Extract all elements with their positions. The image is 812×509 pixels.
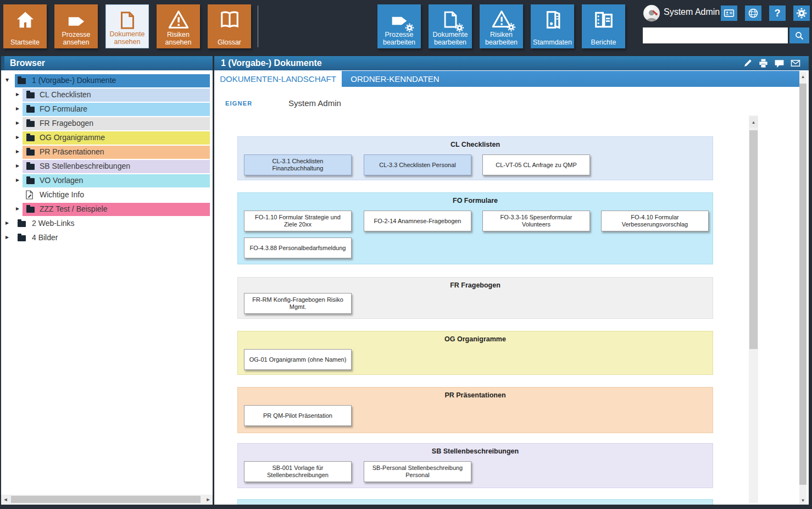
nav-button-dokumente-bearbeiten[interactable]: Dokumente bearbeiten: [429, 4, 472, 48]
expander-right-icon[interactable]: ▸: [5, 219, 9, 226]
user-name: System Admin: [664, 7, 720, 17]
nav-button-prozesse-ansehen[interactable]: Prozesse ansehen: [54, 4, 98, 48]
nav-button-startseite[interactable]: Startseite: [3, 4, 47, 48]
nav-button-risiken-ansehen[interactable]: Risiken ansehen: [157, 4, 200, 48]
scroll-left-icon[interactable]: ◂: [1, 495, 10, 504]
expander-right-icon[interactable]: ▸: [16, 162, 19, 169]
doc-button-cl-3-3[interactable]: CL-3.3 Checklisten Personal: [364, 154, 471, 175]
tree-item-vo-vorlagen[interactable]: ▸ VO Vorlagen: [1, 174, 210, 188]
document-link-icon: [25, 190, 34, 201]
doc-button-fo-4-10[interactable]: FO-4.10 Formular Verbesserungsvorschlag: [601, 211, 709, 231]
nav-button-label: Startseite: [10, 38, 40, 46]
scrollbar-thumb[interactable]: [749, 130, 758, 349]
section-fr-fragebogen: FR Fragebogen FR-RM Konfig-Fragebogen Ri…: [237, 277, 713, 319]
scrollbar-thumb[interactable]: [799, 84, 807, 485]
nav-button-label: Risiken bearbeiten: [480, 31, 523, 46]
doc-button-og-01[interactable]: OG-01 Organigramm (ohne Namen): [244, 349, 352, 370]
help-icon[interactable]: ?: [769, 5, 786, 21]
toolbar-separator: [258, 5, 258, 47]
doc-button-sb-personal[interactable]: SB-Personal Stellenbeschreibung Personal: [364, 461, 471, 482]
mail-icon[interactable]: [790, 58, 801, 68]
folder-icon: [26, 150, 35, 156]
folder-icon: [26, 107, 35, 113]
expander-right-icon[interactable]: ▸: [16, 119, 19, 126]
tree-item-cl-checklisten[interactable]: ▸ CL Checklisten: [1, 88, 210, 102]
expander-right-icon[interactable]: ▸: [16, 204, 19, 212]
expander-right-icon[interactable]: ▸: [16, 147, 19, 155]
search-button[interactable]: [789, 27, 809, 43]
nav-button-label: Prozesse bearbeiten: [377, 31, 421, 46]
nav-button-prozesse-bearbeiten[interactable]: Prozesse bearbeiten: [377, 4, 421, 48]
tree-item-fo-formulare[interactable]: ▸ FO Formulare: [1, 102, 210, 117]
nav-button-label: Risiken ansehen: [157, 31, 200, 46]
tab-strip: DOKUMENTEN-LANDSCHAFT ORDNER-KENNDATEN: [214, 71, 799, 87]
expander-down-icon[interactable]: ▾: [5, 76, 9, 84]
browser-horizontal-scrollbar[interactable]: ◂ ▸: [1, 495, 213, 504]
owner-field-value: System Admin: [288, 98, 341, 108]
section-title: FR Fragebogen: [238, 281, 713, 289]
globe-icon[interactable]: [745, 5, 761, 21]
tab-dokumenten-landschaft[interactable]: DOKUMENTEN-LANDSCHAFT: [214, 71, 342, 87]
tree-item-pr-praesentationen[interactable]: ▸ PR Präsentationen: [1, 145, 210, 159]
browser-panel: Browser ▾ 1 (Vorgabe-) Dokumente ▸ CL Ch…: [1, 56, 213, 505]
section-pr-praesentationen: PR Präsentationen PR QM-Pilot Präsentati…: [237, 387, 713, 433]
tree-item-web-links[interactable]: ▸ 2 Web-Links: [1, 217, 210, 231]
settings-icon[interactable]: [793, 5, 810, 21]
tree-item-zzz-test-beispiele[interactable]: ▸ ZZZ Test / Beispiele: [1, 202, 210, 217]
tree-item-og-organigramme[interactable]: ▸ OG Organigramme: [1, 131, 210, 145]
doc-button-fo-1-10[interactable]: FO-1.10 Formular Strategie und Ziele 20x…: [244, 211, 352, 231]
folder-icon: [26, 164, 35, 170]
section-fo-formulare: FO Formulare FO-1.10 Formular Strategie …: [237, 192, 713, 264]
tree-item-bilder[interactable]: ▸ 4 Bilder: [1, 231, 210, 245]
expander-right-icon[interactable]: ▸: [16, 133, 19, 141]
book-icon: [219, 9, 241, 32]
nav-button-label: Dokumente bearbeiten: [429, 31, 472, 46]
nav-button-label: Berichte: [591, 38, 616, 46]
user-avatar[interactable]: [643, 5, 660, 21]
tree-item-sb-stellenbeschreibungen[interactable]: ▸ SB Stellenbeschreibungen: [1, 159, 210, 174]
folder-icon: [26, 92, 35, 98]
section-title: OG Organigramme: [238, 335, 713, 343]
nav-button-berichte[interactable]: Berichte: [582, 4, 625, 48]
search-input[interactable]: [643, 27, 788, 43]
nav-button-label: Stammdaten: [533, 38, 572, 46]
doc-button-cl-vt-05[interactable]: CL-VT-05 CL Anfrage zu QMP: [482, 154, 590, 175]
nav-button-stammdaten[interactable]: Stammdaten: [531, 4, 574, 48]
doc-button-pr-qm-pilot[interactable]: PR QM-Pilot Präsentation: [244, 405, 352, 426]
edit-icon[interactable]: [743, 58, 753, 68]
expander-right-icon[interactable]: ▸: [16, 90, 19, 98]
page-title: 1 (Vorgabe-) Dokumente: [221, 58, 322, 68]
expander-right-icon[interactable]: ▸: [16, 104, 19, 112]
tree-item-wichtige-info[interactable]: Wichtige Info: [1, 188, 210, 202]
comment-icon[interactable]: [774, 58, 785, 69]
nav-button-label: Glossar: [218, 38, 241, 46]
doc-button-sb-001[interactable]: SB-001 Vorlage für Stellenbeschreibungen: [244, 461, 352, 482]
scroll-up-icon[interactable]: ▴: [749, 117, 758, 128]
nav-button-glossar[interactable]: Glossar: [208, 4, 251, 48]
id-card-icon[interactable]: [721, 5, 737, 21]
scroll-up-icon[interactable]: ▴: [799, 72, 807, 81]
section-title: VO Vorlagen: [238, 504, 713, 505]
main-vertical-scrollbar[interactable]: ▴ ▾: [799, 72, 807, 505]
scrollbar-thumb[interactable]: [11, 496, 201, 503]
main-panel-title: 1 (Vorgabe-) Dokumente: [214, 56, 809, 70]
landscape-vertical-scrollbar[interactable]: ▴: [749, 115, 758, 503]
tree-item-fr-fragebogen[interactable]: ▸ FR Fragebogen: [1, 117, 210, 131]
print-icon[interactable]: [758, 58, 769, 69]
doc-button-cl-3-1[interactable]: CL-3.1 Checklisten Finanzbuchhaltung: [244, 154, 352, 175]
doc-button-fo-2-14[interactable]: FO-2-14 Anamnese-Fragebogen: [364, 211, 471, 231]
scroll-down-icon[interactable]: ▾: [799, 496, 807, 505]
nav-button-dokumente-ansehen[interactable]: Dokumente ansehen: [105, 4, 149, 48]
scroll-right-icon[interactable]: ▸: [204, 495, 213, 504]
nav-button-risiken-bearbeiten[interactable]: Risiken bearbeiten: [480, 4, 523, 48]
expander-right-icon[interactable]: ▸: [16, 176, 19, 184]
doc-button-fo-4-3-88[interactable]: FO-4.3.88 Personalbedarfsmeldung: [244, 237, 352, 258]
tab-ordner-kenndaten[interactable]: ORDNER-KENNDATEN: [342, 71, 448, 87]
tree-item-vorgabe-dokumente[interactable]: ▾ 1 (Vorgabe-) Dokumente: [1, 74, 210, 88]
doc-button-fr-rm[interactable]: FR-RM Konfig-Fragebogen Risiko Mgmt.: [244, 293, 352, 314]
binder-icon: [542, 9, 563, 32]
doc-button-fo-3-3-16[interactable]: FO-3.3-16 Spesenformular Volunteers: [482, 211, 590, 231]
section-title: SB Stellenbeschreibungen: [238, 447, 713, 455]
application-window: Startseite Prozesse ansehen Dokumente an…: [0, 0, 812, 509]
expander-right-icon[interactable]: ▸: [5, 233, 9, 241]
